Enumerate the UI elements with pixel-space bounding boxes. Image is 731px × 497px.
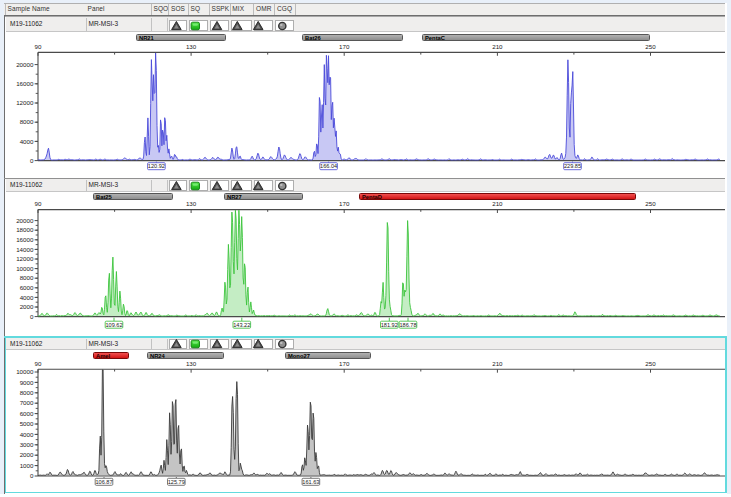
svg-text:166.04: 166.04	[320, 163, 337, 169]
svg-text:90: 90	[35, 200, 42, 207]
svg-text:20000: 20000	[16, 61, 34, 68]
svg-text:0: 0	[30, 157, 34, 164]
svg-text:4000: 4000	[20, 138, 34, 145]
svg-text:170: 170	[339, 43, 350, 50]
svg-text:120.92: 120.92	[148, 163, 165, 169]
svg-text:125.79: 125.79	[168, 479, 185, 485]
svg-text:2000: 2000	[20, 451, 34, 458]
svg-text:6000: 6000	[20, 284, 34, 291]
svg-text:14000: 14000	[16, 246, 34, 253]
svg-text:229.85: 229.85	[564, 163, 581, 169]
svg-text:210: 210	[492, 43, 503, 50]
svg-text:0: 0	[30, 313, 34, 320]
svg-text:250: 250	[645, 43, 656, 50]
svg-text:143.22: 143.22	[233, 322, 250, 328]
svg-text:90: 90	[35, 360, 42, 367]
svg-text:10000: 10000	[16, 368, 34, 375]
svg-text:8000: 8000	[20, 274, 34, 281]
svg-text:16000: 16000	[16, 80, 34, 87]
svg-text:8000: 8000	[20, 118, 34, 125]
svg-text:161.63: 161.63	[302, 479, 319, 485]
svg-text:90: 90	[35, 43, 42, 50]
svg-text:9000: 9000	[20, 379, 34, 386]
svg-text:20000: 20000	[16, 217, 34, 224]
svg-text:106.87: 106.87	[95, 479, 112, 485]
svg-text:12000: 12000	[16, 255, 34, 262]
svg-text:109.62: 109.62	[105, 322, 122, 328]
svg-text:4000: 4000	[20, 431, 34, 438]
svg-text:18000: 18000	[16, 226, 34, 233]
svg-text:170: 170	[339, 200, 350, 207]
svg-text:3000: 3000	[20, 441, 34, 448]
svg-text:7000: 7000	[20, 399, 34, 406]
svg-text:12000: 12000	[16, 99, 34, 106]
svg-text:6000: 6000	[20, 410, 34, 417]
svg-text:2000: 2000	[20, 303, 34, 310]
svg-text:16000: 16000	[16, 236, 34, 243]
svg-text:181.92: 181.92	[381, 322, 398, 328]
svg-text:210: 210	[492, 200, 503, 207]
svg-text:170: 170	[339, 360, 350, 367]
svg-text:130: 130	[186, 360, 197, 367]
svg-text:250: 250	[645, 200, 656, 207]
svg-text:250: 250	[645, 360, 656, 367]
svg-text:0: 0	[30, 472, 34, 479]
svg-text:10000: 10000	[16, 265, 34, 272]
svg-text:1000: 1000	[20, 462, 34, 469]
svg-text:4000: 4000	[20, 294, 34, 301]
svg-text:130: 130	[186, 200, 197, 207]
svg-text:210: 210	[492, 360, 503, 367]
svg-text:8000: 8000	[20, 389, 34, 396]
svg-text:130: 130	[186, 43, 197, 50]
svg-text:5000: 5000	[20, 420, 34, 427]
svg-text:186.78: 186.78	[399, 322, 416, 328]
